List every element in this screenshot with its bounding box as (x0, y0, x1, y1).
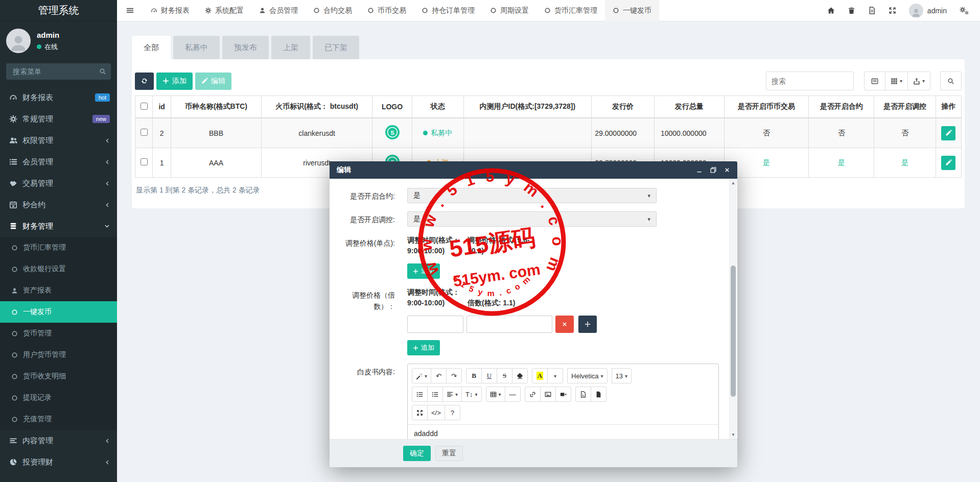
sidebar-item-finance-report[interactable]: 财务报表hot (0, 87, 117, 108)
sidebar-item-withdraw-records[interactable]: 提现记录 (0, 387, 117, 408)
settings-cogs-icon[interactable] (960, 7, 969, 15)
home-icon[interactable] (827, 7, 835, 14)
sidebar-item-finance-mgmt[interactable]: 财务管理 (0, 215, 117, 237)
columns-button[interactable]: ▾ (885, 71, 908, 90)
insert-table-button[interactable]: ▾ (486, 387, 505, 402)
nav-tab-members[interactable]: 会员管理 (251, 0, 306, 21)
nav-tab-period-settings[interactable]: 周期设置 (482, 0, 536, 21)
nav-user-menu[interactable]: admin (909, 4, 947, 18)
append-button[interactable]: 追加 (407, 263, 440, 279)
editor-content[interactable]: adaddd (408, 424, 718, 439)
filter-tab-all[interactable]: 全部 (132, 36, 171, 59)
sidebar-item-user-currency[interactable]: 用户货币管理 (0, 344, 117, 366)
scroll-up-icon[interactable]: ▲ (730, 181, 737, 185)
sidebar-search-input[interactable] (6, 63, 111, 80)
sidebar-toggle-button[interactable] (117, 0, 143, 21)
multi-value-input[interactable] (466, 316, 552, 333)
ordered-list-button[interactable] (427, 387, 443, 402)
underline-button[interactable]: U (481, 368, 497, 383)
nav-tab-coin-trade[interactable]: 币币交易 (360, 0, 414, 21)
sidebar-item-investment[interactable]: 投资理财 (0, 451, 117, 473)
nav-tab-contract-trade[interactable]: 合约交易 (306, 0, 360, 21)
log-file-icon[interactable] (868, 7, 876, 14)
row-checkbox[interactable] (141, 129, 148, 136)
sidebar-item-exchange-rate[interactable]: 货币汇率管理 (0, 237, 117, 258)
confirm-button[interactable]: 确定 (403, 446, 431, 461)
nav-tab-one-key-coin[interactable]: 一键发币 (605, 0, 659, 21)
insert-link-button[interactable] (525, 387, 541, 402)
font-size-select[interactable]: 13▾ (612, 368, 632, 383)
sidebar-item-members[interactable]: 会员管理 (0, 151, 117, 173)
add-button[interactable]: 添加 (156, 73, 193, 90)
font-color-caret-button[interactable]: ▾ (547, 368, 563, 383)
sidebar-item-bank-settings[interactable]: 收款银行设置 (0, 258, 117, 280)
nav-tab-finance-report[interactable]: 财务报表 (143, 0, 197, 21)
sidebar-item-label: 常规管理 (22, 114, 92, 124)
scroll-down-icon[interactable]: ▼ (730, 432, 737, 437)
bold-button[interactable]: B (466, 368, 482, 383)
sidebar-item-asset-report[interactable]: 资产报表 (0, 280, 117, 301)
unordered-list-button[interactable] (412, 387, 428, 402)
delete-row-button[interactable] (555, 316, 574, 333)
undo-button[interactable]: ↶ (431, 368, 447, 383)
restore-button[interactable] (710, 167, 716, 173)
append-button[interactable]: 追加 (407, 340, 440, 355)
minimize-button[interactable] (696, 167, 703, 173)
search-button[interactable] (940, 71, 962, 90)
insert-file-button[interactable] (591, 387, 606, 402)
sidebar-item-second-contract[interactable]: 秒合约 (0, 194, 117, 215)
reset-button[interactable]: 重置 (435, 446, 463, 461)
close-button[interactable] (724, 167, 730, 173)
export-button[interactable]: ▾ (907, 71, 930, 90)
fullscreen-icon[interactable] (889, 7, 896, 14)
row-checkbox[interactable] (141, 158, 148, 165)
sidebar-item-currency-mgmt[interactable]: 货币管理 (0, 323, 117, 344)
font-color-button[interactable]: A (532, 368, 548, 383)
cell-contract: 否 (809, 118, 874, 148)
refresh-button[interactable] (135, 73, 154, 90)
sidebar-item-recharge-mgmt[interactable]: 充值管理 (0, 408, 117, 430)
control-select[interactable]: 是▾ (407, 211, 657, 227)
insert-video-button[interactable] (555, 387, 571, 402)
sidebar-item-trade[interactable]: 交易管理 (0, 173, 117, 194)
move-row-button[interactable] (578, 316, 597, 333)
select-all-checkbox[interactable] (141, 103, 148, 110)
row-edit-button[interactable] (941, 156, 955, 170)
field-label-control: 是否开启调控: (338, 211, 395, 227)
filter-tab-private[interactable]: 私募中 (173, 36, 220, 59)
modal-scrollbar[interactable]: ▲ ▼ (729, 179, 737, 439)
horizontal-rule-button[interactable]: — (505, 387, 521, 402)
nav-tab-system-config[interactable]: 系统配置 (197, 0, 251, 21)
sidebar-item-content-mgmt[interactable]: 内容管理 (0, 430, 117, 451)
nav-tab-exchange-rate[interactable]: 货币汇率管理 (536, 0, 605, 21)
fullscreen-button[interactable] (412, 405, 428, 420)
nav-tab-position-orders[interactable]: 持仓订单管理 (414, 0, 482, 21)
modal-header[interactable]: 编辑 (330, 161, 737, 179)
redo-button[interactable]: ↷ (446, 368, 462, 383)
scrollbar-thumb[interactable] (731, 266, 736, 397)
code-view-button[interactable]: </> (427, 405, 445, 420)
sidebar-item-currency-detail[interactable]: 货币收支明细 (0, 366, 117, 387)
insert-picture-file-button[interactable] (575, 387, 591, 402)
help-button[interactable]: ? (445, 405, 460, 420)
sidebar-item-general[interactable]: 常规管理new (0, 108, 117, 130)
table-search-input[interactable] (766, 71, 854, 90)
insert-image-button[interactable] (540, 387, 556, 402)
strikethrough-button[interactable]: S (497, 368, 512, 383)
filter-tab-prerelease[interactable]: 预发布 (222, 36, 269, 59)
filter-tab-listed[interactable]: 上架 (271, 36, 310, 59)
font-family-select[interactable]: Helvetica▾ (567, 368, 608, 383)
sidebar-item-permission[interactable]: 权限管理 (0, 130, 117, 151)
detail-view-button[interactable] (864, 71, 885, 90)
contract-select[interactable]: 是▾ (407, 188, 657, 203)
trash-icon[interactable] (848, 7, 855, 14)
multi-time-input[interactable] (407, 316, 463, 333)
style-button[interactable]: ▾ (412, 368, 431, 383)
filter-tab-delisted[interactable]: 已下架 (313, 36, 359, 59)
clear-format-button[interactable] (512, 368, 528, 383)
line-height-button[interactable]: T↕▾ (461, 387, 481, 402)
row-edit-button[interactable] (941, 126, 955, 140)
edit-button[interactable]: 编辑 (195, 73, 231, 90)
paragraph-align-button[interactable]: ▾ (442, 387, 462, 402)
sidebar-item-one-key-coin[interactable]: 一键发币 (0, 301, 117, 323)
